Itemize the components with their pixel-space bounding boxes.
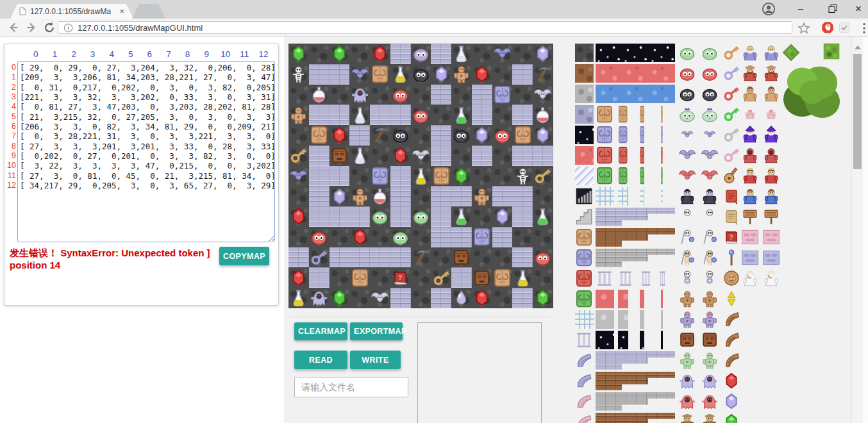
map-tile[interactable] [390, 186, 411, 206]
map-tile[interactable] [472, 206, 492, 227]
tileset-sprite-door[interactable] [575, 228, 593, 246]
tileset-sprite-wallchip[interactable] [741, 249, 759, 267]
map-tile[interactable] [349, 227, 370, 247]
map-tile[interactable] [288, 227, 309, 247]
tileset-sprite-lute[interactable] [722, 167, 740, 185]
tileset-sprite-person[interactable] [741, 126, 759, 144]
tileset-sprite-pillar[interactable] [575, 331, 593, 349]
tileset-sprite-bat[interactable] [678, 146, 696, 164]
tileset-sprite-wing[interactable] [575, 351, 593, 369]
map-tile[interactable] [309, 267, 330, 288]
map-tile[interactable] [411, 288, 431, 308]
scroll-up-arrow-icon[interactable] [855, 46, 861, 49]
tileset-sprite-bat[interactable] [701, 126, 719, 144]
tileset-sprite-wingitem[interactable] [722, 331, 740, 349]
map-tile[interactable] [288, 267, 309, 288]
map-tile[interactable] [309, 227, 330, 247]
tileset-sprite-skelspear[interactable] [678, 228, 696, 246]
map-tile[interactable] [309, 125, 330, 145]
tileset-sprite-person[interactable] [741, 85, 759, 103]
tileset-terrain-tile[interactable] [575, 85, 594, 103]
tileset-sprite-wallchip[interactable] [762, 249, 780, 267]
map-matrix-textarea[interactable] [17, 61, 275, 242]
map-tile[interactable] [390, 104, 411, 125]
map-tile[interactable] [492, 206, 513, 227]
tileset-sprite-gem[interactable] [722, 372, 740, 390]
map-tile[interactable] [309, 288, 330, 308]
map-tile[interactable] [451, 85, 472, 105]
map-tile[interactable] [431, 186, 451, 206]
tileset-sprite-skelspear[interactable] [701, 249, 719, 267]
tileset-sprite-key[interactable] [722, 126, 740, 144]
restore-button[interactable] [823, 4, 842, 13]
map-tile[interactable] [330, 227, 350, 247]
tileset-sprite-wing[interactable] [575, 392, 593, 410]
tileset-sprite-wallchip[interactable] [762, 228, 780, 246]
map-tile[interactable] [431, 247, 451, 268]
map-tile[interactable] [431, 125, 451, 145]
map-tile[interactable] [390, 125, 411, 145]
tileset-sprite-stairs[interactable] [575, 208, 593, 226]
map-tile[interactable] [390, 85, 411, 105]
map-tile[interactable] [330, 267, 350, 288]
map-tile[interactable] [411, 104, 431, 125]
map-tile[interactable] [512, 145, 533, 166]
map-tile[interactable] [411, 186, 431, 206]
tileset-sprite-staff[interactable] [722, 249, 740, 267]
tileset-sprite-door[interactable] [618, 167, 628, 185]
map-tile[interactable] [492, 44, 513, 64]
tileset-terrain-tile[interactable] [575, 44, 594, 62]
tileset-terrain-tile[interactable] [596, 372, 675, 390]
map-tile[interactable] [512, 125, 533, 145]
tileset-terrain-tile[interactable] [596, 208, 675, 226]
map-tile[interactable] [330, 288, 350, 308]
map-tile[interactable] [309, 166, 330, 187]
tileset-sprite-book[interactable]: ? [722, 228, 740, 246]
tileset-sprite-door[interactable] [618, 146, 628, 164]
map-tile[interactable] [349, 267, 370, 288]
tileset-sprite-key[interactable] [722, 85, 740, 103]
map-tile[interactable] [390, 206, 411, 227]
map-tile[interactable] [370, 267, 390, 288]
map-tile[interactable] [533, 227, 553, 247]
map-tile[interactable] [370, 186, 390, 206]
map-tile[interactable] [411, 166, 431, 187]
tileset-terrain-tile[interactable] [596, 187, 614, 206]
map-tile[interactable] [411, 125, 431, 145]
map-tile[interactable] [431, 64, 451, 85]
tileset-terrain-tile[interactable] [618, 187, 628, 206]
map-tile[interactable] [533, 186, 553, 206]
map-tile[interactable] [492, 166, 513, 187]
tileset-sprite-wing[interactable] [575, 413, 593, 423]
tileset-sprite-skeleton[interactable] [678, 208, 696, 226]
map-tile[interactable] [330, 125, 350, 145]
tileset-sprite-scroll[interactable] [722, 187, 740, 205]
tileset-sprite-person[interactable] [741, 105, 759, 123]
tileset-sprite-slime[interactable] [701, 44, 719, 62]
map-tile[interactable] [330, 247, 350, 268]
tileset-sprite-wallchip[interactable] [741, 228, 759, 246]
tileset-terrain-tile[interactable] [661, 290, 663, 308]
url-text[interactable]: 127.0.0.1:1055/drawMapGUI.html [78, 23, 203, 33]
tileset-sprite-bat[interactable] [701, 167, 719, 185]
map-tile[interactable] [451, 206, 472, 227]
map-tile[interactable] [411, 247, 431, 268]
tileset-sprite-key[interactable] [722, 146, 740, 164]
map-tile[interactable] [370, 125, 390, 145]
tileset-terrain-tile[interactable] [618, 331, 628, 349]
map-tile[interactable] [309, 104, 330, 125]
map-tile[interactable] [451, 104, 472, 125]
map-tile[interactable] [390, 166, 411, 187]
map-tile[interactable] [492, 288, 513, 308]
map-tile[interactable] [431, 227, 451, 247]
tileset-sprite-ghost[interactable] [678, 372, 696, 390]
tileset-terrain-tile[interactable] [640, 290, 645, 308]
tileset-terrain-tile[interactable] [596, 310, 614, 329]
map-tile[interactable] [349, 166, 370, 187]
map-tile[interactable] [492, 64, 513, 85]
map-tile[interactable] [288, 125, 309, 145]
tileset-terrain-tile[interactable] [596, 413, 675, 423]
tileset-terrain-tile[interactable] [640, 310, 645, 329]
tileset-sprite-skelarmor[interactable] [678, 269, 696, 287]
map-tile[interactable] [288, 104, 309, 125]
